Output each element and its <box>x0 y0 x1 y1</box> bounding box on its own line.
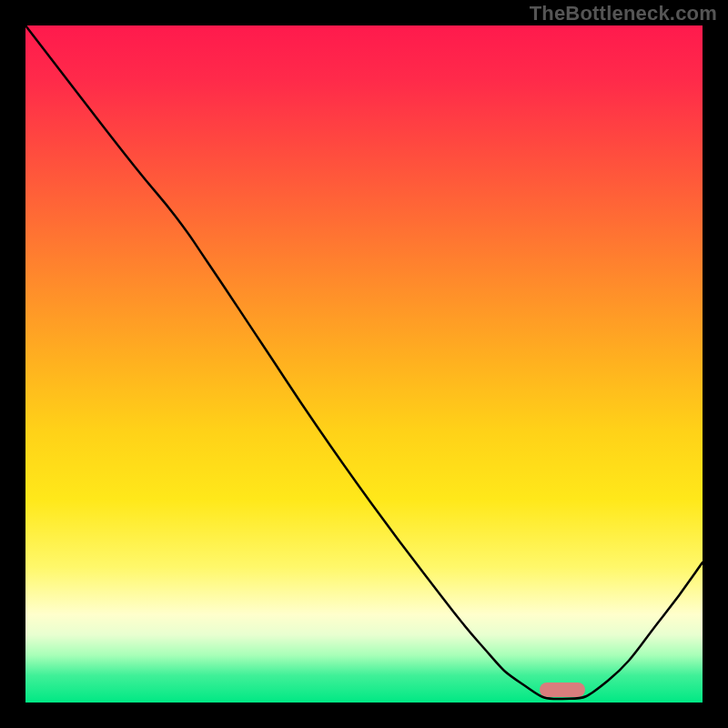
watermark-text: TheBottleneck.com <box>530 2 717 25</box>
plot-area <box>25 25 703 703</box>
curve-path <box>25 25 703 699</box>
highlight-marker <box>540 682 585 697</box>
curve-svg <box>25 25 703 703</box>
chart-frame: TheBottleneck.com <box>0 0 728 728</box>
